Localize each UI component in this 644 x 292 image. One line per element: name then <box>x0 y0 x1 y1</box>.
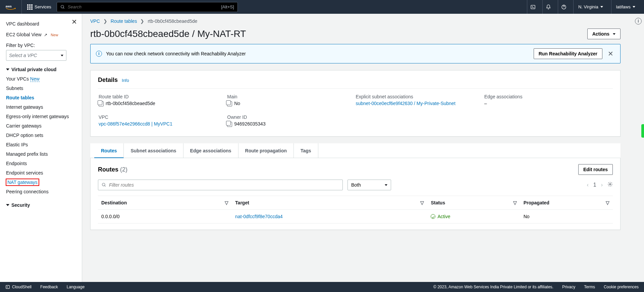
routes-table: Destination▽ Target▽ Status▽ Propagated▽… <box>98 196 613 224</box>
col-target: Target <box>235 200 249 205</box>
tab-route-propagation[interactable]: Route propagation <box>238 143 294 158</box>
sidebar-item-egress-igw[interactable]: Egress-only internet gateways <box>6 112 82 121</box>
sidebar-dashboard[interactable]: VPC dashboard <box>6 18 82 29</box>
sidebar-item-managed-prefix[interactable]: Managed prefix lists <box>6 149 82 159</box>
filter-routes-input[interactable] <box>98 180 343 190</box>
info-icon[interactable]: i <box>635 18 642 25</box>
footer-privacy[interactable]: Privacy <box>562 285 575 289</box>
field-value-owner: 946926035343 <box>234 121 265 127</box>
search-input[interactable] <box>68 4 218 9</box>
close-sidebar-icon[interactable]: ✕ <box>71 18 77 26</box>
caret-down-icon <box>633 6 635 8</box>
page-number: 1 <box>593 182 596 188</box>
sidebar-item-label: Your VPCs <box>6 76 29 82</box>
col-status: Status <box>431 200 445 205</box>
footer-feedback[interactable]: Feedback <box>40 285 58 289</box>
sidebar-section-security[interactable]: Security <box>6 202 82 208</box>
tab-tags[interactable]: Tags <box>294 143 318 158</box>
sidebar-item-nat-gateways[interactable]: NAT gateways <box>6 179 39 186</box>
sort-icon[interactable]: ▽ <box>420 200 424 205</box>
filter-routes-field[interactable] <box>109 182 339 188</box>
sidebar-item-your-vpcs[interactable]: Your VPCs New <box>6 74 82 84</box>
feedback-nub[interactable] <box>641 124 644 138</box>
field-value-edge: – <box>484 101 487 106</box>
sidebar-section-vpc[interactable]: Virtual private cloud <box>6 67 82 72</box>
footer-copyright: © 2023, Amazon Web Services India Privat… <box>433 285 553 289</box>
routes-heading: Routes <box>98 166 118 173</box>
next-page-icon[interactable]: › <box>601 182 603 188</box>
copy-icon[interactable] <box>227 101 232 106</box>
footer-cookie[interactable]: Cookie preferences <box>604 285 639 289</box>
settings-icon[interactable] <box>607 182 613 188</box>
breadcrumb-vpc[interactable]: VPC <box>90 18 100 24</box>
sidebar-item-peering[interactable]: Peering connections <box>6 187 82 196</box>
sidebar: ✕ VPC dashboard EC2 Global View ↗ New Fi… <box>0 14 82 282</box>
sort-icon[interactable]: ▽ <box>513 200 517 205</box>
cell-target[interactable]: nat-0dfccf9f8e70ccda4 <box>235 214 283 219</box>
routes-panel: Routes (2) Edit routes Both ‹ <box>90 158 621 230</box>
run-reachability-button[interactable]: Run Reachability Analyzer <box>534 48 602 59</box>
tab-subnet-associations[interactable]: Subnet associations <box>124 143 183 158</box>
footer-terms[interactable]: Terms <box>584 285 595 289</box>
copy-icon[interactable] <box>99 101 104 106</box>
tab-edge-associations[interactable]: Edge associations <box>183 143 238 158</box>
caret-down-icon <box>600 6 603 8</box>
prev-page-icon[interactable]: ‹ <box>587 182 588 188</box>
vpc-select[interactable]: Select a VPC <box>6 50 66 61</box>
caret-down-icon <box>385 184 387 186</box>
cell-destination: 0.0.0.0/0 <box>98 210 232 224</box>
field-value-route-table-id: rtb-0b0cf458cbeaed5de <box>106 101 155 106</box>
global-view-label: EC2 Global View <box>6 32 42 37</box>
cloudshell-label: CloudShell <box>12 285 32 289</box>
region-selector[interactable]: N. Virginia <box>573 0 608 14</box>
caret-down-icon <box>613 33 615 35</box>
edit-routes-button[interactable]: Edit routes <box>578 164 613 175</box>
footer-language[interactable]: Language <box>67 285 85 289</box>
tab-routes[interactable]: Routes <box>94 143 124 158</box>
sort-icon[interactable]: ▽ <box>606 200 609 205</box>
svg-line-6 <box>105 186 106 187</box>
breadcrumb-route-tables[interactable]: Route tables <box>111 18 137 24</box>
routes-filter-value: Both <box>351 182 361 188</box>
svg-line-2 <box>63 7 64 8</box>
help-icon[interactable] <box>558 0 570 14</box>
sidebar-item-internet-gateways[interactable]: Internet gateways <box>6 102 82 112</box>
search-bar[interactable]: [Alt+S] <box>57 2 238 12</box>
svg-text:aws: aws <box>6 4 12 8</box>
cloudshell-icon[interactable] <box>527 0 539 14</box>
vpc-select-placeholder: Select a VPC <box>9 53 37 58</box>
chevron-right-icon: ❯ <box>140 18 144 24</box>
details-info-link[interactable]: Info <box>122 78 129 83</box>
table-row[interactable]: 0.0.0.0/0 nat-0dfccf9f8e70ccda4 Active N… <box>98 210 613 224</box>
vpc-link[interactable]: vpc-086f57e4e2966ccd8 | MyVPC1 <box>99 121 172 127</box>
section-vpc-label: Virtual private cloud <box>11 67 56 72</box>
sidebar-item-endpoint-services[interactable]: Endpoint services <box>6 168 82 178</box>
caret-down-icon <box>6 68 9 70</box>
footer-cloudshell[interactable]: CloudShell <box>5 285 32 289</box>
top-nav: aws Services [Alt+S] N. Virginia latifaw… <box>0 0 644 14</box>
sidebar-item-endpoints[interactable]: Endpoints <box>6 159 82 168</box>
new-badge: New <box>51 33 58 37</box>
sidebar-item-subnets[interactable]: Subnets <box>6 84 82 93</box>
routes-filter-select[interactable]: Both <box>347 180 391 190</box>
sidebar-global-view[interactable]: EC2 Global View ↗ New <box>6 29 82 40</box>
close-icon[interactable]: ✕ <box>606 50 615 58</box>
flash-message: You can now check network connectivity w… <box>106 51 530 56</box>
user-menu[interactable]: latifaws <box>611 0 640 14</box>
sidebar-item-route-tables[interactable]: Route tables <box>6 93 82 102</box>
cell-propagated: No <box>520 210 613 224</box>
explicit-subnet-link[interactable]: subnet-00ce0ecf6e9f42630 / My-Private-Su… <box>356 101 455 106</box>
aws-logo[interactable]: aws <box>4 0 22 14</box>
status-active-icon <box>431 214 435 219</box>
sidebar-item-elastic-ips[interactable]: Elastic IPs <box>6 140 82 149</box>
page-title: rtb-0b0cf458cbeaed5de / My-NAT-RT <box>90 29 246 39</box>
services-button[interactable]: Services <box>25 4 53 10</box>
notifications-icon[interactable] <box>542 0 554 14</box>
sidebar-item-carrier-gateways[interactable]: Carrier gateways <box>6 121 82 131</box>
cell-status: Active <box>431 214 517 219</box>
sidebar-item-dhcp[interactable]: DHCP option sets <box>6 131 82 140</box>
user-label: latifaws <box>616 4 631 9</box>
copy-icon[interactable] <box>227 122 232 127</box>
actions-button[interactable]: Actions <box>587 29 621 39</box>
sort-icon[interactable]: ▽ <box>225 200 228 205</box>
